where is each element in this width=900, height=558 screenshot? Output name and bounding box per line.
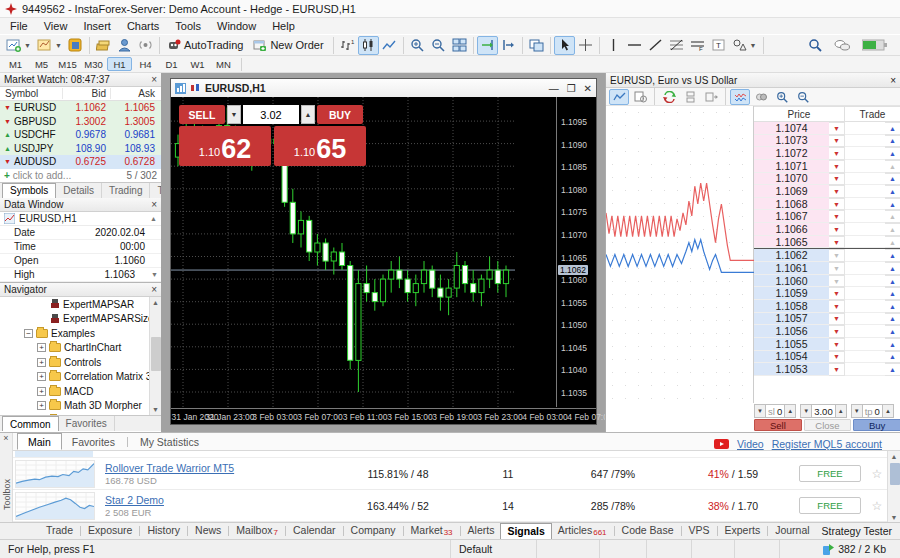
market-watch-row[interactable]: ▼GBPUSD1.30021.3005	[0, 115, 161, 129]
sell-button[interactable]: SELL	[179, 105, 225, 124]
signal-name-link[interactable]: Star 2 Demo	[105, 494, 333, 506]
ladder-trade-cell[interactable]	[845, 363, 885, 376]
ladder-trade-cell[interactable]	[845, 351, 885, 364]
ladder-buy-arrow-icon[interactable]: ▲	[885, 300, 900, 313]
scroll-up-icon[interactable]: ▲	[150, 297, 161, 308]
expand-icon[interactable]: +	[37, 372, 46, 381]
signal-name-link[interactable]: Rollover Trade Warrior MT5	[105, 462, 333, 474]
ladder-sell-arrow-icon[interactable]: ▼	[829, 313, 845, 326]
dom-tick-lines-button[interactable]	[730, 89, 750, 105]
ladder-trade-cell[interactable]	[845, 236, 885, 249]
ladder-sell-arrow-icon[interactable]: ▼	[829, 160, 845, 173]
tile-windows-button[interactable]	[449, 36, 470, 55]
nav-item[interactable]: +Math 3D Morpher	[0, 399, 161, 414]
ladder-buy-arrow-icon[interactable]: ▲	[885, 147, 900, 160]
fibonacci-button[interactable]	[666, 36, 687, 55]
ladder-trade-cell[interactable]	[845, 249, 885, 262]
nav-item[interactable]: +Controls	[0, 355, 161, 370]
menu-tools[interactable]: Tools	[167, 19, 209, 33]
close-icon[interactable]: ✕	[584, 83, 592, 94]
ladder-buy-arrow-icon[interactable]: ▲	[885, 236, 900, 249]
zoom-out-button[interactable]	[428, 36, 449, 55]
stepper-down-icon[interactable]: ▼	[754, 404, 766, 418]
toolbox-tab-exposure[interactable]: Exposure	[82, 523, 138, 539]
ladder-buy-arrow-icon[interactable]: ▲	[885, 135, 900, 148]
timeframe-m1[interactable]: M1	[3, 57, 28, 71]
toolbox-tab-market[interactable]: Market33	[405, 523, 459, 539]
timeframe-m15[interactable]: M15	[55, 57, 80, 71]
new-window-button[interactable]	[526, 36, 547, 55]
dom-buy-button[interactable]: Buy	[853, 419, 900, 431]
sell-price-tile[interactable]: 1.10 62	[179, 126, 271, 166]
close-icon[interactable]: ×	[151, 285, 157, 295]
tab-my-statistics[interactable]: My Statistics	[130, 433, 209, 450]
ladder-trade-cell[interactable]	[845, 135, 885, 148]
ladder-buy-arrow-icon[interactable]: ▲	[885, 160, 900, 173]
ladder-sell-arrow-icon[interactable]: ▼	[829, 300, 845, 313]
chat-icon[interactable]	[831, 36, 853, 55]
stepper-up-icon[interactable]: ▲	[835, 404, 847, 418]
toolbox-tab-alerts[interactable]: Alerts	[462, 523, 501, 539]
text-label-button[interactable]: T	[708, 36, 729, 55]
close-icon[interactable]: ×	[151, 200, 157, 210]
toolbox-tab-history[interactable]: History	[141, 523, 186, 539]
timeframe-h1[interactable]: H1	[107, 57, 132, 71]
toolbox-tab-experts[interactable]: Experts	[719, 523, 767, 539]
timeframe-m5[interactable]: M5	[29, 57, 54, 71]
dom-refresh-button[interactable]	[659, 89, 679, 105]
ladder-sell-arrow-icon[interactable]: ▼	[829, 223, 845, 236]
ladder-trade-cell[interactable]	[845, 300, 885, 313]
menu-insert[interactable]: Insert	[75, 19, 119, 33]
ladder-sell-arrow-icon[interactable]: ▼	[829, 210, 845, 223]
buy-button[interactable]: BUY	[317, 105, 363, 124]
dom-grouping-button[interactable]	[751, 89, 771, 105]
nav-item[interactable]: ExpertMAPSARSizeOptim	[0, 312, 161, 327]
ladder-buy-arrow-icon[interactable]: ▲	[885, 363, 900, 376]
ladder-sell-arrow-icon[interactable]: ▼	[829, 236, 845, 249]
ladder-trade-cell[interactable]	[845, 325, 885, 338]
new-order-button[interactable]: New Order	[249, 36, 329, 55]
ladder-trade-cell[interactable]	[845, 185, 885, 198]
chart-shift-button[interactable]	[498, 36, 519, 55]
ladder-sell-arrow-icon[interactable]: ▼	[829, 287, 845, 300]
scroll-down-icon[interactable]: ▼	[150, 404, 161, 415]
toolbox-tab-journal[interactable]: Journal	[769, 523, 815, 539]
signal-row[interactable]: Rollover Trade Warrior MT5168.78 USD115.…	[13, 458, 887, 490]
expand-icon[interactable]: +	[37, 387, 46, 396]
scroll-thumb[interactable]	[890, 463, 900, 485]
minimize-icon[interactable]: —	[549, 83, 559, 94]
star-icon[interactable]: ☆	[867, 499, 887, 513]
timeframe-d1[interactable]: D1	[159, 57, 184, 71]
chart-window-titlebar[interactable]: EURUSD,H1 — ❐ ✕	[171, 79, 596, 97]
tab-symbols[interactable]: Symbols	[2, 183, 56, 198]
ladder-trade-cell[interactable]	[845, 210, 885, 223]
free-badge[interactable]: FREE	[799, 465, 861, 482]
tab-favorites[interactable]: Favorites	[59, 416, 115, 431]
cursor-button[interactable]	[554, 36, 575, 55]
tab-details[interactable]: Details	[56, 183, 102, 198]
close-icon[interactable]: ×	[151, 75, 157, 85]
dom-time-and-sales-button[interactable]	[630, 89, 650, 105]
nav-item[interactable]: +Math 3D	[0, 413, 161, 415]
timeframe-mn[interactable]: MN	[211, 57, 236, 71]
crosshair-button[interactable]	[575, 36, 596, 55]
scroll-down-icon[interactable]: ▼	[151, 271, 158, 278]
toolbox-tab-signals[interactable]: Signals	[500, 523, 551, 539]
toolbox-tab-vps[interactable]: VPS	[683, 523, 716, 539]
ladder-trade-cell[interactable]	[845, 262, 885, 275]
ladder-buy-arrow-icon[interactable]: ▲	[885, 287, 900, 300]
timeframe-h4[interactable]: H4	[133, 57, 158, 71]
connection-icon[interactable]	[859, 36, 891, 55]
tab-common[interactable]: Common	[2, 416, 59, 431]
autotrading-button[interactable]: AutoTrading	[163, 36, 250, 55]
ladder-sell-arrow-icon[interactable]: ▼	[829, 122, 845, 135]
profiles-button[interactable]: ▼	[34, 36, 65, 55]
person-button[interactable]	[114, 36, 135, 55]
ladder-trade-cell[interactable]	[845, 313, 885, 326]
ladder-sell-arrow-icon[interactable]: ▼	[829, 338, 845, 351]
menu-charts[interactable]: Charts	[119, 19, 167, 33]
ladder-buy-arrow-icon[interactable]: ▲	[885, 122, 900, 135]
ladder-trade-cell[interactable]	[845, 173, 885, 186]
auto-scroll-button[interactable]	[477, 36, 498, 55]
chart-body[interactable]: 1.10951.10901.10851.10801.10751.10701.10…	[171, 97, 596, 424]
